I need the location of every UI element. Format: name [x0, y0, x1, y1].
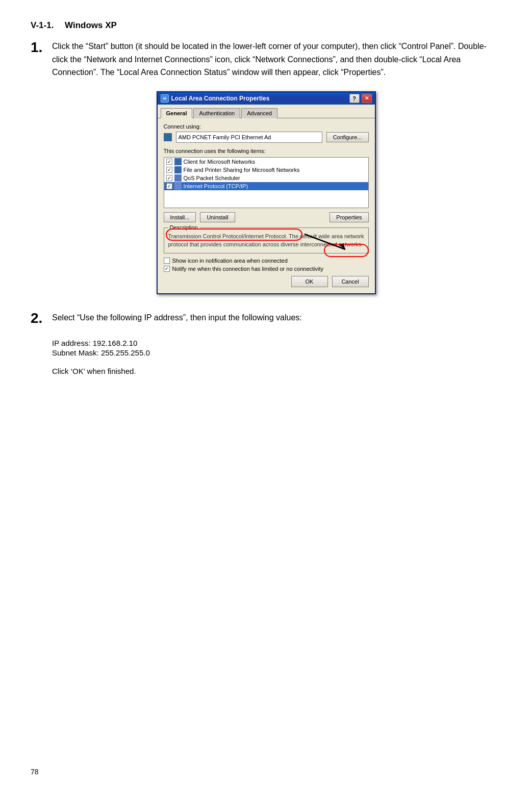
dialog-container: Local Area Connection Properties ? ✕ Gen…: [31, 91, 501, 294]
help-button[interactable]: ?: [349, 94, 360, 103]
list-item-3: QoS Packet Scheduler: [164, 174, 368, 182]
item-icon-4: [174, 183, 182, 190]
step-2-content: Select “Use the following IP address”, t…: [52, 311, 302, 324]
show-icon-row: Show icon in notification area when conn…: [164, 258, 369, 264]
item-label-4: Internet Protocol (TCP/IP): [184, 183, 248, 189]
tab-advanced[interactable]: Advanced: [241, 108, 277, 118]
step-2-details: IP address: 192.168.2.10 Subnet Mask: 25…: [52, 339, 501, 375]
mask-value: 255.255.255.0: [101, 348, 150, 357]
checkbox-2[interactable]: [166, 167, 172, 173]
adapter-name: AMD PCNET Family PCI Ethernet Ad: [176, 132, 322, 143]
step-1-text: Click the “Start” button (it should be l…: [52, 40, 501, 79]
ok-button[interactable]: OK: [291, 276, 328, 287]
item-icon-2: [174, 166, 182, 173]
ip-value: 192.168.2.10: [93, 339, 138, 347]
description-groupbox: Description Transmission Control Protoco…: [164, 227, 369, 253]
items-label: This connection uses the following items…: [164, 148, 369, 154]
install-buttons-row: Install... Uninstall Properties: [164, 212, 369, 222]
show-icon-label: Show icon in notification area when conn…: [172, 258, 288, 264]
ip-label: IP address: [52, 339, 88, 347]
adapter-row: AMD PCNET Family PCI Ethernet Ad Configu…: [164, 132, 369, 143]
item-label-1: Client for Microsoft Networks: [184, 159, 256, 165]
checkbox-4[interactable]: [166, 183, 172, 189]
properties-button[interactable]: Properties: [330, 212, 368, 222]
list-item-2: File and Printer Sharing for Microsoft N…: [164, 166, 368, 174]
show-icon-checkbox[interactable]: [164, 258, 170, 264]
list-item-1: Client for Microsoft Networks: [164, 158, 368, 166]
checkbox-1[interactable]: [166, 159, 172, 165]
titlebar-icon: [161, 94, 169, 103]
dialog-title: Local Area Connection Properties: [171, 95, 270, 102]
dialog-body: Connect using: AMD PCNET Family PCI Ethe…: [158, 118, 375, 293]
description-text: Transmission Control Protocol/Internet P…: [168, 232, 364, 249]
item-label-3: QoS Packet Scheduler: [184, 175, 240, 181]
ip-address-line: IP address: 192.168.2.10: [52, 339, 501, 347]
items-listbox[interactable]: Client for Microsoft Networks File and P…: [164, 157, 369, 208]
item-icon-1: [174, 158, 182, 165]
tab-authentication[interactable]: Authentication: [193, 108, 240, 118]
click-ok-text: Click ‘OK’ when finished.: [52, 367, 501, 375]
bottom-buttons: OK Cancel: [164, 276, 369, 287]
tab-general[interactable]: General: [161, 108, 193, 118]
item-label-2: File and Printer Sharing for Microsoft N…: [184, 167, 300, 173]
close-button[interactable]: ✕: [362, 94, 372, 103]
subnet-mask-line: Subnet Mask: 255.255.255.0: [52, 348, 501, 357]
notify-label: Notify me when this connection has limit…: [172, 266, 324, 272]
cancel-button[interactable]: Cancel: [332, 276, 369, 287]
step-2-intro: Select “Use the following IP address”, t…: [52, 313, 302, 322]
mask-label: Subnet Mask: [52, 348, 97, 357]
step-1: 1. Click the “Start” button (it should b…: [31, 40, 501, 79]
step-2: 2. Select “Use the following IP address”…: [31, 311, 501, 326]
description-title: Description: [168, 224, 199, 231]
win-titlebar: Local Area Connection Properties ? ✕: [158, 92, 375, 105]
titlebar-left: Local Area Connection Properties: [161, 94, 270, 103]
item-icon-3: [174, 174, 182, 182]
notify-checkbox[interactable]: [164, 266, 170, 272]
checkbox-3[interactable]: [166, 175, 172, 181]
install-button[interactable]: Install...: [164, 212, 196, 222]
adapter-icon: [164, 133, 172, 141]
titlebar-buttons: ? ✕: [349, 94, 372, 103]
connect-using-label: Connect using:: [164, 123, 369, 130]
uninstall-button[interactable]: Uninstall: [200, 212, 235, 222]
win-dialog: Local Area Connection Properties ? ✕ Gen…: [157, 91, 376, 294]
list-item-4[interactable]: Internet Protocol (TCP/IP): [164, 182, 368, 190]
notify-row: Notify me when this connection has limit…: [164, 266, 369, 272]
dialog-wrapper: Local Area Connection Properties ? ✕ Gen…: [157, 91, 376, 294]
section-title: V-1-1. Windows XP: [31, 20, 501, 31]
step-2-number: 2.: [31, 311, 46, 326]
step-1-number: 1.: [31, 40, 46, 56]
dialog-tabs: General Authentication Advanced: [158, 105, 375, 118]
configure-button[interactable]: Configure...: [326, 132, 369, 142]
page-number: 78: [31, 768, 39, 776]
